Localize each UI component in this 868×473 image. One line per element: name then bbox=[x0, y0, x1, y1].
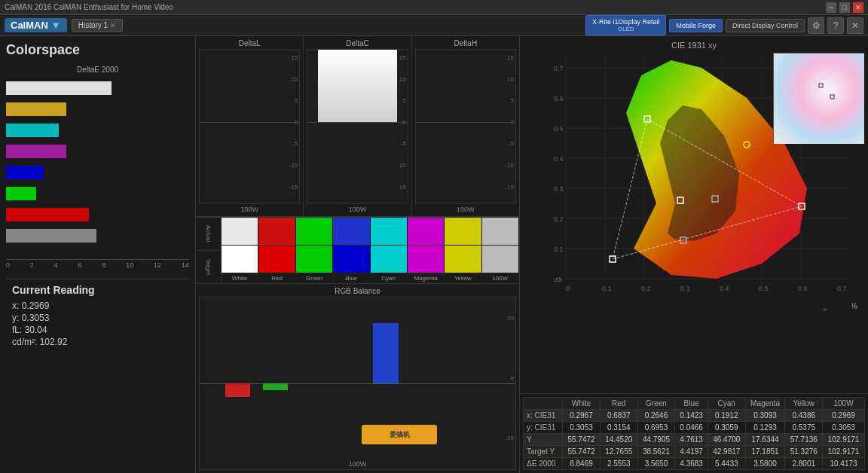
rgb-bottom-label: 100W bbox=[349, 460, 367, 468]
x-value: 0.2969 bbox=[22, 301, 50, 311]
table-cell: 55.7472 bbox=[563, 434, 601, 446]
calman-logo: CalMAN ▼ bbox=[5, 18, 67, 32]
table-row: x: CIE310.29670.68370.26460.14230.19120.… bbox=[524, 410, 865, 422]
deltae-label: DeltaE 2000 bbox=[6, 66, 189, 74]
deltae-bar bbox=[6, 229, 96, 243]
close-button[interactable]: ✕ bbox=[853, 2, 863, 13]
svg-text:0.7: 0.7 bbox=[554, 65, 564, 72]
table-cell: 3.5800 bbox=[745, 458, 785, 470]
table-cell: 102.9171 bbox=[823, 434, 865, 446]
deltah-title: DeltaH bbox=[415, 39, 516, 47]
svg-text:0: 0 bbox=[566, 285, 570, 292]
deltal-chart: DeltaL 15 10 5 0 -5 -10 -15 100W bbox=[196, 36, 304, 216]
cie-title: CIE 1931 xy bbox=[524, 41, 863, 50]
deltae-bar bbox=[6, 81, 112, 95]
deltae-bar-row bbox=[6, 184, 189, 203]
swatch-name-white: White bbox=[222, 273, 258, 283]
target-swatch-green bbox=[296, 246, 333, 273]
deltal-y15: 15 bbox=[291, 54, 298, 61]
deltae-bar bbox=[6, 145, 66, 158]
deltae-bar-row bbox=[6, 163, 189, 182]
rgb-red-bar bbox=[225, 383, 251, 397]
logo-arrow: ▼ bbox=[51, 20, 61, 31]
history-tab-label: History 1 bbox=[78, 21, 108, 29]
table-cell: 0.3053 bbox=[563, 422, 601, 434]
watermark-text: 爱搞机 bbox=[390, 430, 410, 440]
table-header-row: White Red Green Blue Cyan Magenta Yellow… bbox=[524, 398, 865, 410]
swatch-name-cyan: Cyan bbox=[371, 273, 408, 283]
th-label bbox=[524, 398, 563, 410]
settings-icon[interactable]: ⚙ bbox=[808, 17, 824, 34]
history-tab[interactable]: History 1 ✕ bbox=[72, 19, 123, 32]
history-close-icon[interactable]: ✕ bbox=[110, 22, 116, 29]
deltac-bottom: 100W bbox=[307, 206, 408, 213]
actual-swatch-blue bbox=[333, 218, 370, 245]
target-label: Target bbox=[196, 251, 221, 283]
table-cell: 14.4520 bbox=[600, 434, 637, 446]
th-blue: Blue bbox=[675, 398, 708, 410]
swatch-names-row: WhiteRedGreenBlueCyanMagentaYellow100W bbox=[222, 273, 519, 283]
deltal-yn10: -10 bbox=[289, 162, 298, 169]
direct-display-button[interactable]: Direct Display Control bbox=[726, 19, 805, 32]
deltac-yn10: -10 bbox=[397, 162, 406, 169]
mobile-forge-button[interactable]: Mobile Forge bbox=[669, 19, 723, 32]
table-body: x: CIE310.29670.68370.26460.14230.19120.… bbox=[524, 410, 865, 470]
table-cell: 4.3683 bbox=[675, 458, 708, 470]
th-100w: 100W bbox=[823, 398, 865, 410]
actual-swatches-row bbox=[222, 218, 519, 246]
deltae-bar-row bbox=[6, 121, 189, 140]
deltac-y15: 15 bbox=[399, 54, 406, 61]
th-white: White bbox=[563, 398, 601, 410]
table-cell: 102.9171 bbox=[823, 446, 865, 458]
table-cell: 55.7472 bbox=[563, 446, 601, 458]
target-swatch-blue bbox=[333, 246, 370, 273]
svg-text:0.2: 0.2 bbox=[641, 285, 651, 292]
svg-text:0.4: 0.4 bbox=[720, 285, 729, 292]
left-panel: Colorspace DeltaE 2000 0 2 4 6 8 10 12 1… bbox=[0, 36, 196, 473]
table-cell: 17.1851 bbox=[745, 446, 785, 458]
table-row: y: CIE310.30530.31540.69530.04660.30590.… bbox=[524, 422, 865, 434]
swatch-name-yellow: Yellow bbox=[445, 273, 481, 283]
deltac-chart: DeltaC 15 10 5 0 -5 -10 -15 100W bbox=[304, 36, 411, 216]
table-cell: 0.3093 bbox=[745, 410, 785, 422]
svg-text:0.8: 0.8 bbox=[554, 276, 563, 283]
menu-icon[interactable]: ✕ bbox=[847, 17, 863, 34]
maximize-button[interactable]: □ bbox=[839, 2, 850, 13]
direct-display-label: Direct Display Control bbox=[732, 22, 798, 29]
table-cell: 0.1912 bbox=[708, 410, 745, 422]
deltah-yn10: -10 bbox=[505, 162, 514, 169]
table-cell: 0.6837 bbox=[600, 410, 637, 422]
deltac-yn15: -15 bbox=[397, 183, 406, 190]
table-cell: 38.5621 bbox=[637, 446, 675, 458]
actual-swatch-white bbox=[222, 218, 258, 245]
reading-cdm2: cd/m²: 102.92 bbox=[12, 337, 183, 347]
deltae-bar-row bbox=[6, 226, 189, 246]
deltae-bar bbox=[6, 166, 44, 179]
cdm2-label: cd/m²: bbox=[12, 337, 40, 347]
rgb-chart: 20 0 -20 100W bbox=[199, 297, 516, 470]
actual-swatch-magenta bbox=[408, 218, 445, 245]
help-icon[interactable]: ? bbox=[827, 17, 844, 34]
target-swatch-yellow bbox=[445, 246, 481, 273]
deltah-yn5: -5 bbox=[509, 140, 514, 147]
actual-swatch-cyan bbox=[371, 218, 408, 245]
cie-diagram-container: 0 0.1 0.2 0.3 0.4 0.5 0.6 0.7 0 0.1 0.2 … bbox=[524, 53, 863, 309]
th-green: Green bbox=[637, 398, 675, 410]
table-cell: 46.4700 bbox=[708, 434, 745, 446]
rgb-yn20: -20 bbox=[505, 435, 514, 441]
deltae-bar-row bbox=[6, 78, 189, 98]
table-cell: 57.7136 bbox=[785, 434, 823, 446]
rgb-blue-bar bbox=[373, 323, 399, 383]
table-cell: 4.4197 bbox=[675, 446, 708, 458]
deltac-y5: 5 bbox=[402, 97, 405, 104]
window-controls[interactable]: ─ □ ✕ bbox=[826, 2, 863, 13]
deltae-bar bbox=[6, 187, 36, 200]
table-cell: 10.4173 bbox=[823, 458, 865, 470]
actual-swatch-yellow bbox=[445, 218, 481, 245]
table-cell: 4.7613 bbox=[675, 434, 708, 446]
xrite-device-button[interactable]: X-Rite i1Display Retail OLED bbox=[585, 15, 667, 35]
deltac-title: DeltaC bbox=[307, 39, 408, 47]
table-cell: 44.7905 bbox=[637, 434, 675, 446]
swatch-name-red: Red bbox=[258, 273, 295, 283]
minimize-button[interactable]: ─ bbox=[826, 2, 836, 13]
